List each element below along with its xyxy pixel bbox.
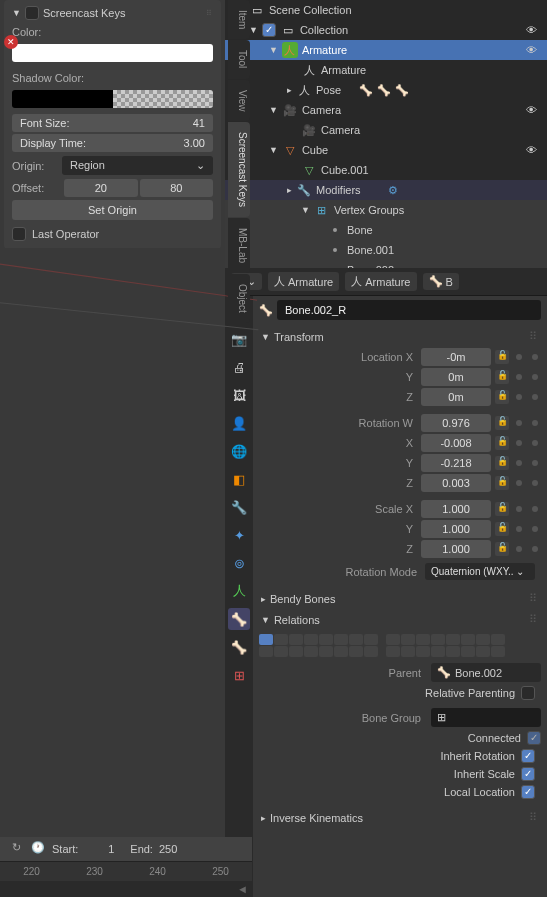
tab-scene[interactable]: 👤 xyxy=(228,412,250,434)
visibility-icon[interactable]: 👁 xyxy=(526,144,543,156)
layer-cell[interactable] xyxy=(274,634,288,645)
layer-cell[interactable] xyxy=(259,646,273,657)
shadow-color-picker[interactable] xyxy=(12,90,213,108)
lock-icon[interactable]: 🔓 xyxy=(495,390,509,404)
parent-select[interactable]: 🦴 Bone.002 xyxy=(431,663,541,682)
layer-cell[interactable] xyxy=(401,646,415,657)
disclosure-icon[interactable]: ▼ xyxy=(249,25,258,35)
loc-x-field[interactable]: -0m xyxy=(421,348,491,366)
relations-header[interactable]: ▼ Relations ⠿ xyxy=(259,609,541,630)
breadcrumb-armature-data[interactable]: 人Armature xyxy=(345,272,416,291)
bone-group-select[interactable]: ⊞ xyxy=(431,708,541,727)
bendy-bones-header[interactable]: ▸ Bendy Bones ⠿ xyxy=(259,588,541,609)
color-picker[interactable] xyxy=(12,44,213,62)
origin-select[interactable]: Region ⌄ xyxy=(62,156,213,175)
layer-cell[interactable] xyxy=(491,634,505,645)
tab-tool[interactable]: Tool xyxy=(228,40,250,78)
tab-view[interactable]: View xyxy=(228,80,250,122)
layer-cell[interactable] xyxy=(274,646,288,657)
screencast-header[interactable]: ▼ Screencast Keys ⠿ xyxy=(12,4,213,22)
lock-icon[interactable]: 🔓 xyxy=(495,436,509,450)
lock-icon[interactable]: 🔓 xyxy=(495,542,509,556)
inherit-rot-checkbox[interactable] xyxy=(521,749,535,763)
layer-cell[interactable] xyxy=(416,634,430,645)
loc-y-field[interactable]: 0m xyxy=(421,368,491,386)
rot-z-field[interactable]: 0.003 xyxy=(421,474,491,492)
layer-cell[interactable] xyxy=(401,634,415,645)
lock-icon[interactable]: 🔓 xyxy=(495,476,509,490)
display-time-field[interactable]: Display Time: 3.00 xyxy=(12,134,213,152)
layer-cell[interactable] xyxy=(364,646,378,657)
disclosure-icon[interactable]: ▼ xyxy=(269,45,278,55)
layer-cell[interactable] xyxy=(334,634,348,645)
layer-cell[interactable] xyxy=(349,646,363,657)
tab-armature[interactable]: 人 xyxy=(228,580,250,602)
outliner-cube001[interactable]: ▽ Cube.001 xyxy=(225,160,547,180)
layer-cell[interactable] xyxy=(461,646,475,657)
layer-cell[interactable] xyxy=(446,646,460,657)
connected-checkbox[interactable] xyxy=(527,731,541,745)
clock-icon[interactable]: 🕐 xyxy=(30,841,46,857)
rot-mode-select[interactable]: Quaternion (WXY.. ⌄ xyxy=(425,563,535,580)
inherit-scale-checkbox[interactable] xyxy=(521,767,535,781)
layer-cell[interactable] xyxy=(319,634,333,645)
close-icon[interactable]: ✕ xyxy=(4,35,18,49)
outliner-camera-data[interactable]: 🎥 Camera xyxy=(225,120,547,140)
breadcrumb-armature[interactable]: 人Armature xyxy=(268,272,339,291)
offset-y-field[interactable]: 80 xyxy=(140,179,214,197)
lock-icon[interactable]: 🔓 xyxy=(495,370,509,384)
layer-cell[interactable] xyxy=(431,646,445,657)
visibility-icon[interactable]: 👁 xyxy=(526,104,543,116)
sync-icon[interactable]: ↻ xyxy=(8,841,24,857)
layer-cell[interactable] xyxy=(259,634,273,645)
outliner-collection[interactable]: ▼ ▭ Collection 👁 xyxy=(225,20,547,40)
tab-particles[interactable]: ✦ xyxy=(228,524,250,546)
tab-world[interactable]: 🌐 xyxy=(228,440,250,462)
outliner-scene[interactable]: ▭ Scene Collection xyxy=(225,0,547,20)
visibility-icon[interactable]: 👁 xyxy=(526,44,543,56)
outliner-pose[interactable]: ▸ 人 Pose 🦴 🦴 🦴 xyxy=(225,80,547,100)
ik-header[interactable]: ▸ Inverse Kinematics ⠿ xyxy=(259,807,541,828)
3d-viewport[interactable] xyxy=(0,248,225,837)
rel-parenting-checkbox[interactable] xyxy=(521,686,535,700)
scroll-left-icon[interactable]: ◄ xyxy=(237,883,248,895)
tab-view-layer[interactable]: 🖼 xyxy=(228,384,250,406)
layer-cell[interactable] xyxy=(304,646,318,657)
start-value[interactable]: 1 xyxy=(84,843,114,855)
scale-z-field[interactable]: 1.000 xyxy=(421,540,491,558)
layer-cell[interactable] xyxy=(289,634,303,645)
outliner-bone[interactable]: Bone xyxy=(225,220,547,240)
layer-cell[interactable] xyxy=(304,634,318,645)
layer-cell[interactable] xyxy=(446,634,460,645)
layer-cell[interactable] xyxy=(364,634,378,645)
tab-mb-lab[interactable]: MB-Lab xyxy=(228,218,250,273)
transform-header[interactable]: ▼ Transform ⠿ xyxy=(259,326,541,347)
layer-cell[interactable] xyxy=(289,646,303,657)
offset-x-field[interactable]: 20 xyxy=(64,179,138,197)
loc-z-field[interactable]: 0m xyxy=(421,388,491,406)
tab-item[interactable]: Item xyxy=(228,0,250,39)
outliner-armature-data[interactable]: 人 Armature xyxy=(225,60,547,80)
timeline[interactable]: ↻ 🕐 Start: 1 End: 250 220 230 240 250 ◄ xyxy=(0,837,252,897)
lock-icon[interactable]: 🔓 xyxy=(495,502,509,516)
breadcrumb-bone[interactable]: 🦴B xyxy=(423,273,459,290)
keyframe-dot[interactable] xyxy=(516,354,522,360)
disclosure-icon[interactable]: ▼ xyxy=(269,145,278,155)
disclosure-icon[interactable]: ▼ xyxy=(269,105,278,115)
end-value[interactable]: 250 xyxy=(159,843,177,855)
tab-bone[interactable]: 🦴 xyxy=(228,608,250,630)
lock-icon[interactable]: 🔓 xyxy=(495,416,509,430)
rot-y-field[interactable]: -0.218 xyxy=(421,454,491,472)
tab-object[interactable]: Object xyxy=(228,274,250,323)
rot-x-field[interactable]: -0.008 xyxy=(421,434,491,452)
layer-cell[interactable] xyxy=(491,646,505,657)
tab-screencast-keys[interactable]: Screencast Keys xyxy=(228,122,250,217)
lock-icon[interactable]: 🔓 xyxy=(495,522,509,536)
collection-checkbox[interactable] xyxy=(262,23,276,37)
outliner-camera[interactable]: ▼ 🎥 Camera 👁 xyxy=(225,100,547,120)
layer-cell[interactable] xyxy=(416,646,430,657)
last-operator-checkbox[interactable] xyxy=(12,227,26,241)
scale-y-field[interactable]: 1.000 xyxy=(421,520,491,538)
outliner-bone001[interactable]: Bone.001 xyxy=(225,240,547,260)
outliner-bone002[interactable]: Bone.002 xyxy=(225,260,547,268)
